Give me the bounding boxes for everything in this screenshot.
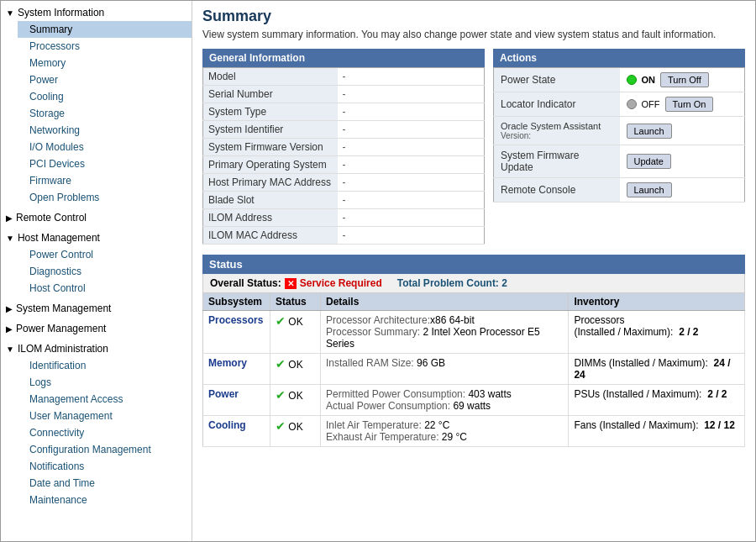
table-row: Primary Operating System -	[203, 156, 485, 174]
remote-console-row: Remote Console Launch	[494, 178, 745, 203]
sidebar-item-management-access[interactable]: Management Access	[18, 391, 192, 408]
sidebar-section-host-management: ▼ Host Management Power Control Diagnost…	[1, 228, 192, 298]
table-row: ILOM Address -	[203, 209, 485, 227]
sidebar-item-firmware[interactable]: Firmware	[18, 172, 192, 189]
check-ok-icon3: ✔	[276, 388, 286, 402]
field-value: -	[338, 209, 485, 227]
field-label: ILOM MAC Address	[203, 227, 338, 245]
detail-value5: 69 watts	[453, 400, 491, 412]
sidebar-item-date-and-time[interactable]: Date and Time	[18, 475, 192, 492]
details-processors: Processor Architecture:x86 64-bit Proces…	[321, 311, 569, 354]
page-title: Summary	[202, 8, 745, 25]
error-icon: ✕	[285, 278, 297, 289]
sidebar-item-io-modules[interactable]: I/O Modules	[18, 139, 192, 155]
total-problem-separator	[386, 277, 394, 289]
locator-off-text: OFF	[642, 99, 660, 109]
status-header: Status	[202, 255, 745, 274]
turn-on-button[interactable]: Turn On	[665, 97, 714, 112]
sidebar-header-system-information[interactable]: ▼ System Information	[1, 4, 192, 21]
sidebar-item-storage[interactable]: Storage	[18, 105, 192, 122]
oracle-assistant-cell: Launch	[620, 117, 745, 145]
sidebar-item-connectivity[interactable]: Connectivity	[18, 424, 192, 441]
service-required-text: Service Required	[300, 277, 382, 289]
sidebar-item-processors[interactable]: Processors	[18, 38, 192, 55]
inventory-cooling: Fans (Installed / Maximum): 12 / 12	[569, 416, 745, 447]
sidebar-item-logs[interactable]: Logs	[18, 374, 192, 391]
field-value: -	[338, 156, 485, 174]
remote-console-cell: Launch	[620, 178, 745, 203]
sidebar-item-identification[interactable]: Identification	[18, 357, 192, 374]
sidebar-item-summary[interactable]: Summary	[18, 21, 192, 38]
sidebar-section-remote-control: ▶ Remote Control	[1, 208, 192, 228]
inventory-processors: Processors(Installed / Maximum): 2 / 2	[569, 311, 745, 354]
overall-status-label: Overall Status:	[210, 277, 281, 289]
sidebar-item-power[interactable]: Power	[18, 71, 192, 88]
turn-off-button[interactable]: Turn Off	[660, 72, 709, 87]
sidebar-item-memory[interactable]: Memory	[18, 55, 192, 71]
sidebar-item-host-control[interactable]: Host Control	[18, 280, 192, 297]
details-cooling: Inlet Air Temperature: 22 °C Exhaust Air…	[321, 416, 569, 447]
sidebar-item-power-control[interactable]: Power Control	[18, 246, 192, 263]
field-label: ILOM Address	[203, 209, 338, 227]
field-label: System Firmware Version	[203, 139, 338, 156]
power-on-text: ON	[642, 75, 656, 85]
sidebar-item-maintenance[interactable]: Maintenance	[18, 492, 192, 508]
field-value: -	[338, 68, 485, 86]
sidebar-header-host-management[interactable]: ▼ Host Management	[1, 229, 192, 246]
oracle-assistant-label: Oracle System Assistant Version:	[494, 117, 620, 145]
sidebar-header-ilom-admin[interactable]: ▼ ILOM Administration	[1, 340, 192, 357]
check-ok-icon2: ✔	[276, 357, 286, 371]
field-value: -	[338, 192, 485, 209]
locator-row: Locator Indicator OFF Turn On	[494, 92, 745, 117]
actions-table: Power State ON Turn Off Locator Indicato…	[493, 67, 745, 203]
sidebar-item-cooling[interactable]: Cooling	[18, 88, 192, 105]
detail-value7: 29 °C	[442, 431, 467, 443]
firmware-update-row: System Firmware Update Update	[494, 145, 745, 178]
power-state-label: Power State	[494, 68, 620, 92]
total-problem-text: Total Problem Count: 2	[397, 277, 507, 289]
table-row: Model -	[203, 68, 485, 86]
sidebar-item-networking[interactable]: Networking	[18, 122, 192, 139]
sidebar-item-open-problems[interactable]: Open Problems	[18, 189, 192, 206]
arrow-down-icon3: ▼	[6, 345, 14, 354]
remote-console-label: Remote Console	[494, 178, 620, 203]
oracle-launch-button[interactable]: Launch	[627, 124, 672, 139]
power-on-indicator	[627, 75, 637, 85]
sidebar-header-power-management[interactable]: ▶ Power Management	[1, 320, 192, 337]
status-processors: ✔ OK	[270, 311, 321, 354]
field-label: System Identifier	[203, 121, 338, 139]
sidebar: ▼ System Information Summary Processors …	[1, 1, 192, 541]
sidebar-header-system-management[interactable]: ▶ System Management	[1, 300, 192, 317]
status-overall-bar: Overall Status: ✕ Service Required Total…	[202, 274, 745, 293]
locator-controls: OFF Turn On	[627, 97, 738, 112]
arrow-right-icon: ▶	[6, 213, 13, 223]
sidebar-item-configuration-management[interactable]: Configuration Management	[18, 441, 192, 458]
actions-panel: Actions Power State ON Turn Off	[493, 49, 745, 245]
sidebar-section-ilom-admin: ▼ ILOM Administration Identification Log…	[1, 339, 192, 510]
sidebar-ilom-admin-label: ILOM Administration	[18, 343, 108, 355]
oracle-assistant-row: Oracle System Assistant Version: Launch	[494, 117, 745, 145]
general-info-header: General Information	[202, 49, 485, 67]
field-label: Primary Operating System	[203, 156, 338, 174]
arrow-right-icon2: ▶	[6, 304, 13, 313]
firmware-update-button[interactable]: Update	[627, 154, 671, 169]
sidebar-header-remote-control[interactable]: ▶ Remote Control	[1, 209, 192, 226]
status-memory: ✔ OK	[270, 354, 321, 385]
arrow-right-icon3: ▶	[6, 324, 13, 334]
remote-console-button[interactable]: Launch	[627, 182, 672, 197]
field-label: System Type	[203, 103, 338, 121]
field-value: -	[338, 174, 485, 192]
sidebar-item-pci-devices[interactable]: PCI Devices	[18, 155, 192, 172]
col-subsystem: Subsystem	[203, 293, 270, 311]
subsystem-memory: Memory	[203, 354, 270, 385]
table-row: Host Primary MAC Address -	[203, 174, 485, 192]
details-power: Permitted Power Consumption: 403 watts A…	[321, 385, 569, 416]
sidebar-section-power-management: ▶ Power Management	[1, 318, 192, 339]
check-ok-icon4: ✔	[276, 419, 286, 433]
status-table-header-row: Subsystem Status Details Inventory	[203, 293, 745, 311]
sidebar-item-user-management[interactable]: User Management	[18, 408, 192, 424]
arrow-down-icon: ▼	[6, 8, 14, 18]
sidebar-item-diagnostics[interactable]: Diagnostics	[18, 263, 192, 280]
field-value: -	[338, 227, 485, 245]
sidebar-item-notifications[interactable]: Notifications	[18, 458, 192, 475]
